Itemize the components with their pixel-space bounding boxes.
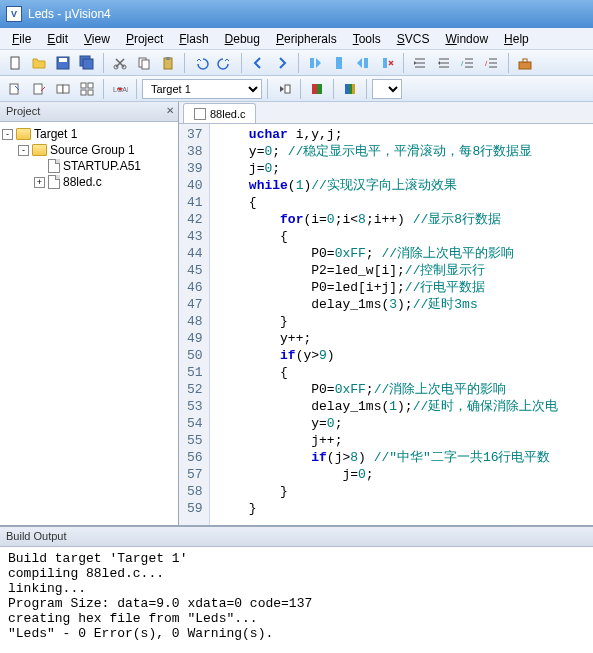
svg-rect-21 (57, 85, 63, 93)
bookmark-clear-button[interactable] (376, 52, 398, 74)
tree-label: Source Group 1 (50, 143, 135, 157)
tab-label: 88led.c (210, 108, 245, 120)
tree-group[interactable]: - Source Group 1 (2, 142, 176, 158)
target-select[interactable]: Target 1 (142, 79, 262, 99)
svg-rect-28 (285, 85, 290, 93)
cut-button[interactable] (109, 52, 131, 74)
prev-bookmark-button[interactable] (247, 52, 269, 74)
svg-rect-19 (10, 84, 18, 94)
menu-help[interactable]: Help (496, 30, 537, 48)
svg-rect-17 (519, 62, 531, 69)
build-output-body[interactable]: Build target 'Target 1' compiling 88led.… (0, 547, 593, 653)
tree-label: STARTUP.A51 (63, 159, 141, 173)
collapse-icon[interactable]: - (2, 129, 13, 140)
close-icon[interactable]: ✕ (166, 105, 174, 116)
svg-rect-4 (83, 59, 93, 69)
tab-88led[interactable]: 88led.c (183, 103, 256, 123)
menu-debug[interactable]: Debug (217, 30, 268, 48)
project-panel: Project ✕ - Target 1 - Source Group 1 ST… (0, 102, 179, 525)
undo-button[interactable] (190, 52, 212, 74)
svg-rect-22 (63, 85, 69, 93)
svg-rect-14 (383, 58, 387, 68)
open-file-button[interactable] (28, 52, 50, 74)
menu-window[interactable]: Window (437, 30, 496, 48)
paste-button[interactable] (157, 52, 179, 74)
svg-rect-29 (312, 84, 317, 94)
svg-rect-30 (317, 84, 322, 94)
tree-file[interactable]: STARTUP.A51 (2, 158, 176, 174)
tree-label: Target 1 (34, 127, 77, 141)
build-button[interactable] (28, 78, 50, 100)
save-button[interactable] (52, 52, 74, 74)
file-icon (48, 159, 60, 173)
file-extensions-button[interactable] (306, 78, 328, 100)
svg-rect-2 (59, 58, 67, 62)
svg-rect-10 (166, 57, 170, 60)
svg-rect-23 (81, 83, 86, 88)
menu-edit[interactable]: Edit (39, 30, 76, 48)
translate-button[interactable] (4, 78, 26, 100)
expand-icon[interactable]: + (34, 177, 45, 188)
code-area: 88led.c 37383940414243444546474849505152… (179, 102, 593, 525)
svg-rect-0 (11, 57, 19, 69)
toolbar-build: LOAD Target 1 (0, 76, 593, 102)
code-content[interactable]: uchar i,y,j; y=0; //稳定显示电平，平滑滚动，每8行数据显 j… (210, 124, 559, 525)
toolbox-button[interactable] (514, 52, 536, 74)
svg-rect-13 (364, 58, 368, 68)
comment-button[interactable]: / (457, 52, 479, 74)
svg-text:/: / (485, 59, 488, 68)
menu-peripherals[interactable]: Peripherals (268, 30, 345, 48)
svg-rect-24 (88, 83, 93, 88)
build-output-panel: Build Output Build target 'Target 1' com… (0, 525, 593, 653)
rebuild-button[interactable] (52, 78, 74, 100)
svg-text:/: / (461, 59, 464, 68)
tree-label: 88led.c (63, 175, 102, 189)
svg-rect-18 (523, 59, 527, 62)
menu-project[interactable]: Project (118, 30, 171, 48)
menu-svcs[interactable]: SVCS (389, 30, 438, 48)
bookmark-next-button[interactable] (352, 52, 374, 74)
svg-rect-32 (349, 84, 352, 94)
redo-button[interactable] (214, 52, 236, 74)
new-file-button[interactable] (4, 52, 26, 74)
menubar: FileEditViewProjectFlashDebugPeripherals… (0, 28, 593, 50)
bookmark-button[interactable] (304, 52, 326, 74)
download-button[interactable]: LOAD (109, 78, 131, 100)
indent-button[interactable] (409, 52, 431, 74)
folder-icon (32, 144, 47, 156)
menu-flash[interactable]: Flash (171, 30, 216, 48)
project-tree[interactable]: - Target 1 - Source Group 1 STARTUP.A51 … (0, 122, 178, 525)
svg-rect-8 (142, 60, 149, 69)
toolbar-main: / / (0, 50, 593, 76)
outdent-button[interactable] (433, 52, 455, 74)
build-output-header: Build Output (0, 527, 593, 547)
file-icon (48, 175, 60, 189)
uncomment-button[interactable]: / (481, 52, 503, 74)
tree-target[interactable]: - Target 1 (2, 126, 176, 142)
svg-rect-25 (81, 90, 86, 95)
svg-rect-12 (336, 57, 342, 69)
collapse-icon[interactable]: - (18, 145, 29, 156)
tree-file[interactable]: + 88led.c (2, 174, 176, 190)
file-icon (194, 108, 206, 120)
window-title: Leds - µVision4 (28, 7, 111, 21)
copy-button[interactable] (133, 52, 155, 74)
bookmark-toggle-button[interactable] (328, 52, 350, 74)
menu-tools[interactable]: Tools (345, 30, 389, 48)
menu-file[interactable]: File (4, 30, 39, 48)
find-combo[interactable] (372, 79, 402, 99)
menu-view[interactable]: View (76, 30, 118, 48)
manage-books-button[interactable] (339, 78, 361, 100)
options-button[interactable] (273, 78, 295, 100)
save-all-button[interactable] (76, 52, 98, 74)
next-bookmark-button[interactable] (271, 52, 293, 74)
folder-icon (16, 128, 31, 140)
svg-rect-20 (34, 84, 42, 94)
svg-rect-33 (352, 84, 355, 94)
svg-rect-11 (310, 58, 314, 68)
project-panel-title: Project (6, 105, 40, 117)
tabbar: 88led.c (179, 102, 593, 124)
project-panel-header: Project ✕ (0, 102, 178, 122)
code-editor[interactable]: 3738394041424344454647484950515253545556… (179, 124, 593, 525)
batch-build-button[interactable] (76, 78, 98, 100)
